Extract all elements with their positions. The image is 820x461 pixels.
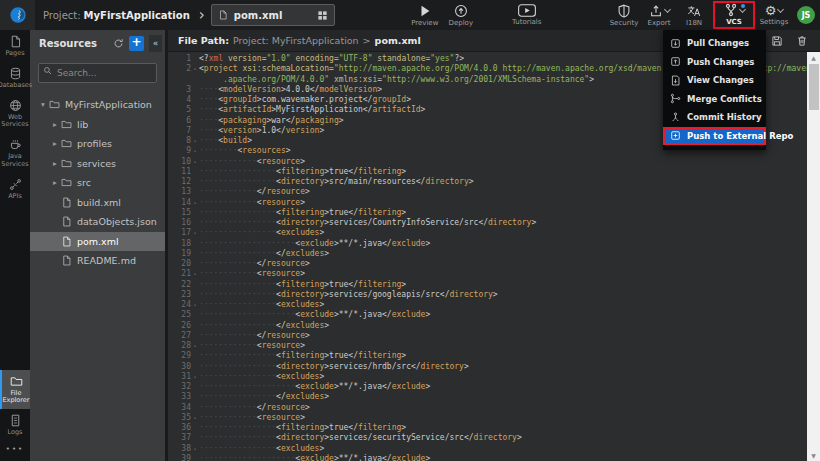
tree-item-myfirstapplication[interactable]: ▾MyFirstApplication — [30, 95, 165, 115]
export-button[interactable]: Export — [643, 4, 675, 27]
refresh-icon[interactable] — [113, 38, 124, 49]
tab-pom-xml[interactable]: pom.xml — [211, 4, 335, 26]
deploy-button[interactable]: Deploy — [445, 4, 477, 27]
chevron-collapsed-icon[interactable]: ▸ — [50, 139, 60, 148]
shield-icon — [617, 4, 631, 18]
sidebar-item-file-explorer[interactable]: File Explorer — [0, 370, 30, 410]
code-text: ················<excludes> — [199, 372, 820, 382]
fold-spacer — [191, 321, 199, 331]
preview-button[interactable]: Preview — [409, 4, 441, 27]
code-text: ············</resource> — [199, 187, 820, 197]
play-icon — [418, 4, 432, 18]
pages-icon — [9, 35, 22, 48]
fold-marker[interactable]: - — [191, 157, 199, 167]
code-line: 36················<filtering>true</filte… — [168, 423, 820, 433]
collapse-panel-button[interactable]: « — [149, 35, 162, 52]
project-name: MyFirstApplication — [84, 10, 190, 21]
tree-item-dataobjects-json[interactable]: dataObjects.json — [30, 212, 165, 232]
fold-marker[interactable]: - — [191, 413, 199, 423]
vcs-label: VCS — [726, 18, 742, 26]
menu-item-commit-history[interactable]: Commit History — [663, 108, 766, 127]
line-number: 25 — [168, 310, 191, 320]
activity-bar-spacer — [0, 205, 30, 370]
menu-item-push-to-external-repo[interactable]: Push to External Repo — [663, 127, 766, 146]
code-text: ····················<exclude>**/*.java</… — [199, 310, 820, 320]
line-number: 21 — [168, 269, 191, 279]
sidebar-item-apis[interactable]: APIs — [0, 173, 30, 205]
add-resource-button[interactable]: + — [129, 36, 144, 51]
line-number: 27 — [168, 331, 191, 341]
tree-item-lib[interactable]: ▸lib — [30, 115, 165, 135]
menu-item-merge-conflicts[interactable]: Merge Conflicts — [663, 90, 766, 109]
save-icon[interactable] — [771, 35, 783, 47]
fold-spacer — [191, 382, 199, 392]
tree-item-label: lib — [77, 119, 88, 130]
sidebar-item-pages[interactable]: Pages — [0, 30, 30, 62]
line-number: 24 — [168, 300, 191, 310]
sidebar-item-java-services[interactable]: Java Services — [0, 133, 30, 173]
tree-item-src[interactable]: ▸src — [30, 173, 165, 193]
line-number: 2 — [168, 64, 191, 74]
fold-spacer — [191, 208, 199, 218]
tutorials-label: Tutorials — [512, 18, 541, 26]
vcs-dropdown-menu: Pull ChangesPush ChangesView ChangesMerg… — [663, 30, 766, 150]
resources-header: Resources + « — [30, 30, 165, 56]
code-text: ····················<exclude>**/*.java</… — [199, 382, 820, 392]
file-explorer-icon — [10, 375, 23, 388]
line-number: 4 — [168, 95, 191, 105]
fold-marker[interactable]: - — [191, 269, 199, 279]
chevron-collapsed-icon[interactable]: ▸ — [50, 178, 60, 187]
app-logo[interactable] — [0, 0, 35, 30]
code-text: ················<directory>services/goog… — [199, 290, 820, 300]
menu-item-view-changes[interactable]: View Changes — [663, 71, 766, 90]
grid-icon[interactable] — [317, 10, 328, 21]
fold-marker[interactable]: - — [191, 444, 199, 454]
chevron-collapsed-icon[interactable]: ▸ — [50, 120, 60, 129]
code-text: ················<excludes> — [199, 228, 820, 238]
security-button[interactable]: Security — [608, 4, 640, 27]
user-avatar[interactable]: JS — [797, 6, 815, 24]
fold-marker[interactable]: - — [191, 64, 199, 74]
tree-item-services[interactable]: ▸services — [30, 154, 165, 174]
tree-item-readme-md[interactable]: README.md — [30, 251, 165, 271]
folder-icon — [61, 119, 72, 130]
code-text: ············<resource> — [199, 198, 820, 208]
menu-item-push-changes[interactable]: Push Changes — [663, 53, 766, 72]
tree-item-profiles[interactable]: ▸profiles — [30, 134, 165, 154]
fold-marker[interactable]: - — [191, 372, 199, 382]
line-number: 38 — [168, 444, 191, 454]
vcs-button[interactable]: VCS — [713, 1, 755, 29]
tree-item-build-xml[interactable]: build.xml — [30, 193, 165, 213]
code-line: 15················<filtering>true</filte… — [168, 208, 820, 218]
code-text: ················<filtering>true</filteri… — [199, 423, 820, 433]
i18n-button[interactable]: I18N — [678, 4, 710, 27]
chevron-collapsed-icon[interactable]: ▸ — [50, 159, 60, 168]
sidebar-item-databases[interactable]: Databases — [0, 62, 30, 94]
scroll-up-arrow[interactable]: ▲ — [807, 54, 820, 61]
tutorials-button[interactable]: Tutorials — [511, 4, 543, 26]
scroll-down-arrow[interactable]: ▼ — [807, 452, 820, 459]
fold-marker[interactable]: - — [191, 341, 199, 351]
sidebar-item-logs[interactable]: Logs — [0, 409, 30, 441]
overflow-menu-icon[interactable]: ••• — [0, 445, 30, 453]
sidebar-item-web-services[interactable]: Web Services — [0, 94, 30, 134]
chevron-expanded-icon[interactable]: ▾ — [38, 100, 48, 109]
fold-marker[interactable]: - — [191, 136, 199, 146]
line-number: 8 — [168, 136, 191, 146]
code-line: 38-················<excludes> — [168, 444, 820, 454]
fold-marker[interactable]: - — [191, 300, 199, 310]
settings-button[interactable]: ⚙ Settings — [758, 4, 790, 26]
code-line: 25····················<exclude>**/*.java… — [168, 310, 820, 320]
scrollbar-thumb[interactable] — [809, 64, 819, 110]
code-line: 33················</excludes> — [168, 392, 820, 402]
editor-scrollbar[interactable]: ▲ ▼ — [807, 52, 820, 461]
fold-marker[interactable]: - — [191, 146, 199, 156]
fold-marker[interactable]: - — [191, 198, 199, 208]
search-input[interactable] — [38, 63, 157, 83]
line-number: 17 — [168, 228, 191, 238]
trash-icon[interactable] — [796, 35, 808, 47]
fold-marker[interactable]: - — [191, 228, 199, 238]
tree-item-label: dataObjects.json — [77, 216, 157, 227]
menu-item-pull-changes[interactable]: Pull Changes — [663, 34, 766, 53]
tree-item-pom-xml[interactable]: pom.xml — [30, 232, 165, 252]
